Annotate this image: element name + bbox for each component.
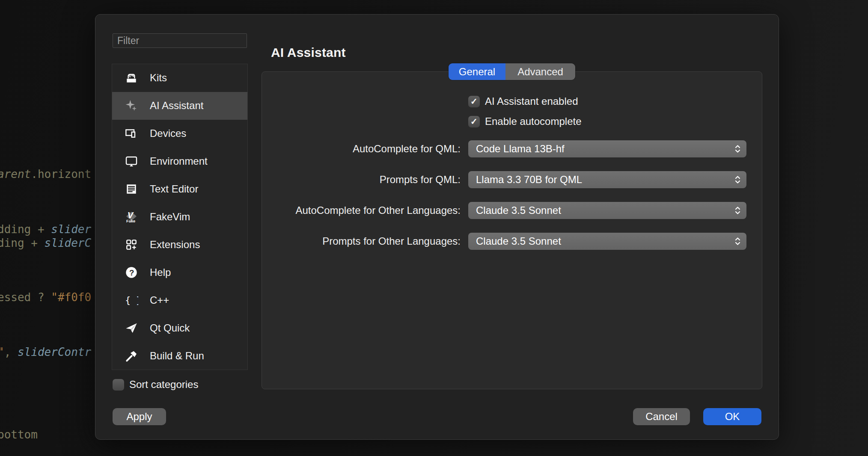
autocomplete-qml-select[interactable]: Code Llama 13B-hf	[468, 140, 746, 157]
filter-input[interactable]	[113, 33, 247, 48]
svg-text:Fake: Fake	[126, 219, 135, 223]
enable-autocomplete-label: Enable autocomplete	[485, 115, 582, 127]
apply-button[interactable]: Apply	[113, 408, 166, 425]
chevron-updown-icon	[734, 144, 741, 157]
prompts-other-select[interactable]: Claude 3.5 Sonnet	[468, 233, 746, 250]
sidebar-item-ai-assistant[interactable]: AI Assistant	[112, 92, 247, 120]
form-label: AutoComplete for Other Languages:	[262, 202, 461, 219]
form-label: Prompts for QML:	[262, 171, 461, 188]
enable-autocomplete-checkbox[interactable]: ✓	[468, 116, 480, 127]
chevron-updown-icon	[734, 175, 741, 187]
hammer-icon	[124, 349, 139, 363]
sidebar-item-cpp[interactable]: { } C++	[112, 286, 247, 314]
ai-assistant-enabled-checkbox[interactable]: ✓	[468, 96, 480, 107]
code-segment: "	[0, 346, 4, 358]
preferences-dialog: Kits AI Assistant Devices Environment Te	[95, 14, 779, 440]
dropdown-value: Claude 3.5 Sonnet	[476, 204, 561, 216]
sidebar-item-kits[interactable]: Kits	[112, 64, 247, 92]
sidebar-item-qt-quick[interactable]: Qt Quick	[112, 314, 247, 342]
sidebar-item-environment[interactable]: Environment	[112, 148, 247, 175]
sidebar-item-label: Kits	[150, 72, 167, 84]
prompts-qml-select[interactable]: Llama 3.3 70B for QML	[468, 171, 746, 188]
form-row: AutoComplete for QML: Code Llama 13B-hf	[262, 140, 762, 157]
sidebar-item-text-editor[interactable]: Text Editor	[112, 175, 247, 203]
code-line: arent.horizont	[0, 167, 91, 181]
code-line: bottom	[0, 428, 38, 441]
chevron-updown-icon	[734, 236, 741, 249]
sidebar-item-help[interactable]: ? Help	[112, 258, 247, 286]
braces-icon: { }	[124, 293, 139, 308]
code-line: dding + slider	[0, 222, 91, 236]
code-segment: sliderC	[45, 237, 92, 249]
code-line: ding + sliderC	[0, 236, 91, 250]
sort-categories-label: Sort categories	[129, 379, 198, 391]
sidebar-item-label: Devices	[150, 127, 186, 139]
devices-icon	[124, 126, 139, 141]
form-row: AutoComplete for Other Languages: Claude…	[262, 202, 762, 219]
form-label: Prompts for Other Languages:	[262, 233, 461, 250]
page-title: AI Assistant	[271, 45, 346, 60]
cancel-button[interactable]: Cancel	[633, 408, 690, 425]
dropdown-value: Code Llama 13B-hf	[476, 143, 565, 155]
code-segment: ,	[4, 346, 18, 358]
tab-bar: General Advanced	[449, 63, 575, 80]
sidebar-item-devices[interactable]: Devices	[112, 120, 247, 148]
autocomplete-other-select[interactable]: Claude 3.5 Sonnet	[468, 202, 746, 219]
form-label: AutoComplete for QML:	[262, 140, 461, 157]
code-segment: "#f0f0	[51, 291, 91, 304]
dropdown-value: Claude 3.5 Sonnet	[476, 235, 561, 247]
sidebar-item-label: AI Assistant	[150, 100, 203, 112]
sidebar-item-label: C++	[150, 294, 169, 306]
sidebar-item-label: Environment	[150, 155, 208, 167]
monitor-icon	[124, 154, 139, 169]
code-segment: bottom	[0, 428, 38, 441]
sort-categories-checkbox[interactable]: ✓	[113, 379, 124, 391]
code-segment: essed ?	[0, 291, 51, 304]
code-segment: .horizont	[31, 168, 91, 181]
ai-enabled-row: ✓ AI Assistant enabled	[468, 95, 578, 107]
code-segment: dding +	[0, 223, 51, 236]
code-segment: ding +	[0, 237, 45, 249]
ai-assistant-enabled-label: AI Assistant enabled	[485, 95, 578, 107]
code-segment: arent	[0, 168, 31, 181]
svg-text:V: V	[128, 210, 134, 220]
paper-plane-icon	[124, 321, 139, 335]
extensions-icon	[124, 237, 139, 252]
sidebar-item-label: Help	[150, 266, 171, 278]
sidebar-item-label: Build & Run	[150, 350, 204, 362]
svg-text:{ }: { }	[125, 295, 138, 305]
tab-advanced[interactable]: Advanced	[505, 63, 575, 80]
svg-text:?: ?	[129, 268, 134, 277]
fakevim-icon: VFake	[124, 210, 139, 224]
tab-general[interactable]: General	[449, 63, 505, 80]
code-segment: slider	[51, 223, 91, 236]
help-icon: ?	[124, 265, 139, 280]
category-list: Kits AI Assistant Devices Environment Te	[112, 64, 248, 370]
document-lines-icon	[124, 182, 139, 196]
code-segment: sliderContr	[18, 346, 91, 358]
form-row: Prompts for Other Languages: Claude 3.5 …	[262, 233, 762, 250]
sidebar-item-label: Extensions	[150, 239, 200, 251]
sidebar-item-label: Qt Quick	[150, 322, 190, 334]
ok-button[interactable]: OK	[703, 408, 761, 425]
toolbox-icon	[124, 71, 139, 85]
dropdown-value: Llama 3.3 70B for QML	[476, 174, 582, 186]
sidebar-item-fakevim[interactable]: VFake FakeVim	[112, 203, 247, 231]
sidebar-item-build-run[interactable]: Build & Run	[112, 342, 247, 370]
code-line: essed ? "#f0f0	[0, 290, 91, 304]
sparkles-icon	[124, 98, 139, 113]
enable-autocomplete-row: ✓ Enable autocomplete	[468, 115, 582, 127]
sort-categories-row: ✓ Sort categories	[113, 379, 198, 391]
sidebar-item-extensions[interactable]: Extensions	[112, 231, 247, 258]
code-line: ", sliderContr	[0, 345, 91, 359]
sidebar-item-label: FakeVim	[150, 211, 190, 223]
form-row: Prompts for QML: Llama 3.3 70B for QML	[262, 171, 762, 188]
chevron-updown-icon	[734, 205, 741, 218]
sidebar-item-label: Text Editor	[150, 183, 198, 195]
